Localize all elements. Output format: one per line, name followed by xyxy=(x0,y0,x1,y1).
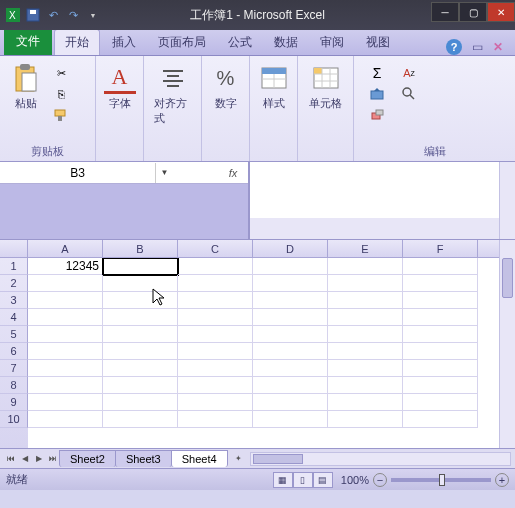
cell[interactable] xyxy=(328,309,403,326)
close-button[interactable]: ✕ xyxy=(487,2,515,22)
tab-layout[interactable]: 页面布局 xyxy=(148,30,216,55)
zoom-slider[interactable] xyxy=(391,478,491,482)
cell[interactable] xyxy=(103,326,178,343)
ribbon-minimize-icon[interactable]: ▭ xyxy=(472,40,483,54)
col-header-C[interactable]: C xyxy=(178,240,253,257)
cell[interactable] xyxy=(178,309,253,326)
doc-close-icon[interactable]: ✕ xyxy=(493,40,503,54)
find-icon[interactable] xyxy=(398,85,420,103)
cell[interactable] xyxy=(103,394,178,411)
row-header[interactable]: 10 xyxy=(0,411,28,428)
name-box-dropdown-icon[interactable]: ▼ xyxy=(155,163,173,183)
cells-area[interactable]: 12345 xyxy=(28,258,515,448)
format-painter-icon[interactable] xyxy=(50,106,72,124)
row-header[interactable]: 1 xyxy=(0,258,28,275)
cell[interactable] xyxy=(28,309,103,326)
cell[interactable] xyxy=(103,275,178,292)
zoom-in-icon[interactable]: + xyxy=(495,473,509,487)
cell[interactable] xyxy=(403,343,478,360)
zoom-level[interactable]: 100% xyxy=(341,474,369,486)
fill-icon[interactable] xyxy=(366,85,388,103)
tab-data[interactable]: 数据 xyxy=(264,30,308,55)
cell[interactable] xyxy=(403,292,478,309)
col-header-A[interactable]: A xyxy=(28,240,103,257)
row-header[interactable]: 2 xyxy=(0,275,28,292)
cell[interactable] xyxy=(403,326,478,343)
cell[interactable] xyxy=(178,343,253,360)
undo-icon[interactable]: ↶ xyxy=(44,6,62,24)
formula-scroll[interactable] xyxy=(499,162,515,239)
cell[interactable] xyxy=(253,411,328,428)
cell[interactable] xyxy=(28,275,103,292)
row-header[interactable]: 4 xyxy=(0,309,28,326)
sheet-nav-next-icon[interactable]: ▶ xyxy=(32,452,46,466)
cell[interactable] xyxy=(403,377,478,394)
sheet-tab-active[interactable]: Sheet4 xyxy=(171,450,228,467)
autosum-icon[interactable]: Σ xyxy=(366,64,388,82)
paste-button[interactable]: 粘贴 xyxy=(6,60,46,113)
row-header[interactable]: 6 xyxy=(0,343,28,360)
cell[interactable] xyxy=(253,275,328,292)
col-header-F[interactable]: F xyxy=(403,240,478,257)
minimize-button[interactable]: ─ xyxy=(431,2,459,22)
zoom-out-icon[interactable]: − xyxy=(373,473,387,487)
sheet-tab[interactable]: Sheet3 xyxy=(115,450,172,467)
cell[interactable] xyxy=(328,343,403,360)
cell[interactable] xyxy=(178,411,253,428)
cell[interactable] xyxy=(328,394,403,411)
view-normal-icon[interactable]: ▦ xyxy=(273,472,293,488)
tab-formulas[interactable]: 公式 xyxy=(218,30,262,55)
tab-file[interactable]: 文件 xyxy=(4,28,52,55)
cell[interactable] xyxy=(403,258,478,275)
cell[interactable] xyxy=(178,360,253,377)
cell[interactable] xyxy=(28,343,103,360)
tab-view[interactable]: 视图 xyxy=(356,30,400,55)
cell-A1[interactable]: 12345 xyxy=(28,258,103,275)
name-box[interactable] xyxy=(0,163,155,183)
cell[interactable] xyxy=(28,411,103,428)
cell[interactable] xyxy=(328,275,403,292)
cell[interactable] xyxy=(253,377,328,394)
cell[interactable] xyxy=(253,258,328,275)
select-all-corner[interactable] xyxy=(0,240,28,257)
sort-icon[interactable]: AZ xyxy=(398,64,420,82)
col-header-B[interactable]: B xyxy=(103,240,178,257)
cell[interactable] xyxy=(403,275,478,292)
cell[interactable] xyxy=(28,394,103,411)
col-header-D[interactable]: D xyxy=(253,240,328,257)
sheet-nav-prev-icon[interactable]: ◀ xyxy=(18,452,32,466)
cell[interactable] xyxy=(28,292,103,309)
cell[interactable] xyxy=(178,292,253,309)
row-header[interactable]: 5 xyxy=(0,326,28,343)
cell[interactable] xyxy=(178,326,253,343)
sheet-tab[interactable]: Sheet2 xyxy=(59,450,116,467)
cell[interactable] xyxy=(403,360,478,377)
cell[interactable] xyxy=(28,326,103,343)
formula-bar[interactable] xyxy=(250,162,499,218)
tab-home[interactable]: 开始 xyxy=(54,29,100,55)
cell[interactable] xyxy=(328,292,403,309)
cell[interactable] xyxy=(253,292,328,309)
row-header[interactable]: 3 xyxy=(0,292,28,309)
row-header[interactable]: 7 xyxy=(0,360,28,377)
cell[interactable] xyxy=(328,377,403,394)
cell[interactable] xyxy=(178,377,253,394)
cell[interactable] xyxy=(28,360,103,377)
cell[interactable] xyxy=(328,360,403,377)
col-header-E[interactable]: E xyxy=(328,240,403,257)
cell-B1[interactable] xyxy=(103,258,178,275)
cell[interactable] xyxy=(328,411,403,428)
cell[interactable] xyxy=(103,377,178,394)
qat-dropdown-icon[interactable]: ▼ xyxy=(84,6,102,24)
cell[interactable] xyxy=(28,377,103,394)
cell[interactable] xyxy=(103,411,178,428)
styles-button[interactable]: 样式 xyxy=(256,60,291,113)
sheet-nav-first-icon[interactable]: ⏮ xyxy=(4,452,18,466)
cell[interactable] xyxy=(103,292,178,309)
vertical-scrollbar[interactable] xyxy=(499,240,515,448)
cell[interactable] xyxy=(178,258,253,275)
tab-review[interactable]: 审阅 xyxy=(310,30,354,55)
copy-icon[interactable]: ⎘ xyxy=(50,85,72,103)
clear-icon[interactable] xyxy=(366,106,388,124)
number-button[interactable]: % 数字 xyxy=(208,60,243,113)
